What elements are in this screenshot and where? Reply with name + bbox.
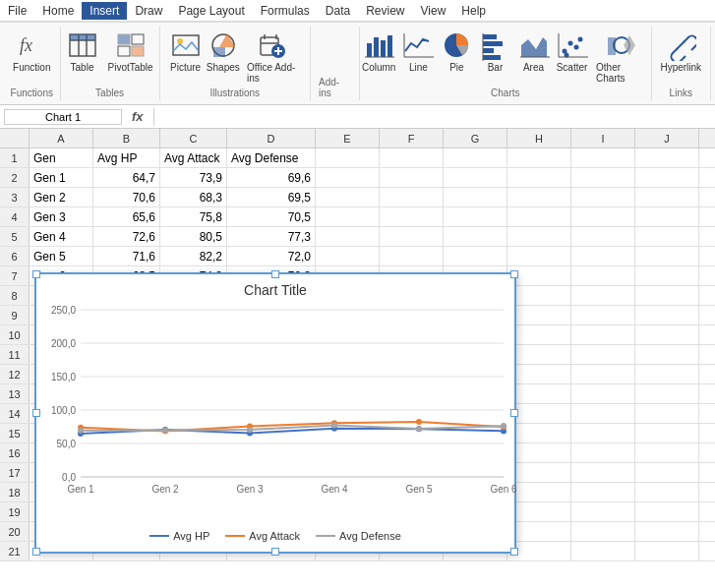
cell[interactable]: 6 <box>0 247 30 265</box>
ribbon-btn-pie[interactable]: Pie <box>439 29 475 75</box>
cell[interactable] <box>444 188 507 206</box>
cell[interactable]: 3 <box>0 188 30 206</box>
cell[interactable]: 11 <box>0 345 30 364</box>
cell[interactable]: 70,6 <box>93 188 160 206</box>
cell[interactable]: 12 <box>0 365 30 383</box>
cell[interactable]: 21 <box>0 542 30 560</box>
menu-insert[interactable]: Insert <box>82 2 127 20</box>
cell[interactable]: 10 <box>0 325 30 344</box>
cell[interactable] <box>635 148 699 167</box>
cell[interactable] <box>571 188 635 206</box>
ribbon-btn-other-charts[interactable]: Other Charts <box>592 29 651 86</box>
cell[interactable]: 69,5 <box>227 188 316 206</box>
cell[interactable] <box>507 168 571 187</box>
cell[interactable] <box>571 325 635 344</box>
cell[interactable]: 19 <box>0 502 30 521</box>
cell[interactable] <box>635 542 699 560</box>
cell[interactable] <box>635 483 699 501</box>
cell[interactable] <box>571 227 635 246</box>
cell[interactable] <box>571 404 635 423</box>
cell[interactable] <box>571 345 635 364</box>
cell[interactable] <box>380 168 444 187</box>
cell[interactable] <box>571 306 635 324</box>
cell[interactable] <box>444 207 507 226</box>
menu-file[interactable]: File <box>0 2 34 20</box>
cell[interactable] <box>571 266 635 285</box>
ribbon-btn-pivottable[interactable]: PivotTable <box>104 29 157 75</box>
cell[interactable]: Avg Attack <box>160 148 227 167</box>
cell[interactable]: Gen 1 <box>30 168 93 187</box>
cell[interactable]: Gen 4 <box>30 227 93 246</box>
cell[interactable] <box>635 502 699 521</box>
cell[interactable] <box>444 148 507 167</box>
cell[interactable]: Gen 5 <box>30 247 93 265</box>
name-box[interactable] <box>4 109 122 125</box>
cell[interactable]: 1 <box>0 148 30 167</box>
cell[interactable]: 64,7 <box>93 168 160 187</box>
cell[interactable]: 65,6 <box>93 207 160 226</box>
ribbon-btn-picture[interactable]: Picture <box>168 29 204 75</box>
ribbon-btn-scatter[interactable]: Scatter <box>554 29 590 75</box>
cell[interactable] <box>316 168 380 187</box>
ribbon-btn-office-addins[interactable]: Office Add-ins <box>243 29 302 86</box>
cell[interactable] <box>316 188 380 206</box>
cell[interactable] <box>444 247 507 265</box>
cell[interactable] <box>571 424 635 442</box>
cell[interactable] <box>507 207 571 226</box>
cell[interactable] <box>316 148 380 167</box>
cell[interactable] <box>571 168 635 187</box>
cell[interactable] <box>635 522 699 541</box>
cell[interactable]: 9 <box>0 306 30 324</box>
cell[interactable] <box>571 443 635 462</box>
cell[interactable]: 15 <box>0 424 30 442</box>
cell[interactable]: Gen 2 <box>30 188 93 206</box>
menu-page-layout[interactable]: Page Layout <box>170 2 252 20</box>
cell[interactable]: 75,8 <box>160 207 227 226</box>
cell[interactable]: 72,6 <box>93 227 160 246</box>
cell[interactable]: 17 <box>0 463 30 482</box>
formula-input[interactable] <box>158 109 715 125</box>
cell[interactable] <box>507 188 571 206</box>
cell[interactable] <box>635 188 699 206</box>
cell[interactable] <box>635 404 699 423</box>
cell[interactable]: 72,0 <box>227 247 316 265</box>
cell[interactable] <box>635 168 699 187</box>
cell[interactable] <box>635 325 699 344</box>
cell[interactable] <box>635 247 699 265</box>
chart-handle-mr[interactable] <box>510 409 518 417</box>
cell[interactable]: 71,6 <box>93 247 160 265</box>
menu-help[interactable]: Help <box>453 2 494 20</box>
chart-handle-tm[interactable] <box>271 270 279 278</box>
cell[interactable] <box>507 227 571 246</box>
cell[interactable] <box>316 247 380 265</box>
cell[interactable]: Avg Defense <box>227 148 316 167</box>
menu-formulas[interactable]: Formulas <box>253 2 318 20</box>
ribbon-btn-hyperlink[interactable]: Hyperlink <box>656 29 705 75</box>
cell[interactable] <box>571 483 635 501</box>
menu-review[interactable]: Review <box>358 2 412 20</box>
cell[interactable] <box>380 148 444 167</box>
cell[interactable] <box>380 247 444 265</box>
cell[interactable]: 70,5 <box>227 207 316 226</box>
cell[interactable]: 68,3 <box>160 188 227 206</box>
menu-draw[interactable]: Draw <box>127 2 170 20</box>
cell[interactable]: Gen 3 <box>30 207 93 226</box>
cell[interactable]: 82,2 <box>160 247 227 265</box>
cell[interactable] <box>380 188 444 206</box>
menu-view[interactable]: View <box>413 2 454 20</box>
cell[interactable] <box>635 286 699 305</box>
cell[interactable] <box>635 463 699 482</box>
ribbon-btn-bar[interactable]: Bar <box>477 29 513 75</box>
cell[interactable] <box>571 502 635 521</box>
cell[interactable]: 69,6 <box>227 168 316 187</box>
cell[interactable] <box>571 148 635 167</box>
cell[interactable] <box>316 207 380 226</box>
cell[interactable]: 20 <box>0 522 30 541</box>
cell[interactable] <box>635 306 699 324</box>
cell[interactable] <box>571 247 635 265</box>
cell[interactable]: Avg HP <box>93 148 160 167</box>
cell[interactable] <box>507 148 571 167</box>
chart-handle-bm[interactable] <box>271 548 279 556</box>
cell[interactable]: 77,3 <box>227 227 316 246</box>
chart-handle-tr[interactable] <box>510 270 518 278</box>
